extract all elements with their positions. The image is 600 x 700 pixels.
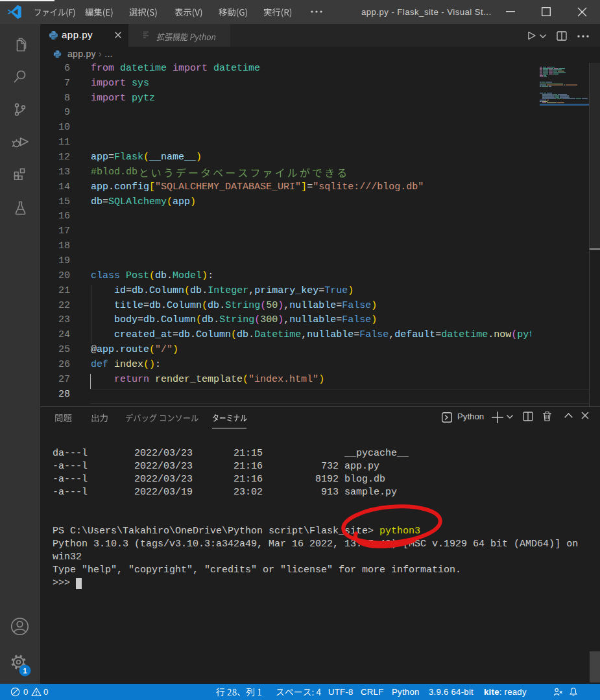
svg-text:1: 1	[23, 667, 27, 675]
